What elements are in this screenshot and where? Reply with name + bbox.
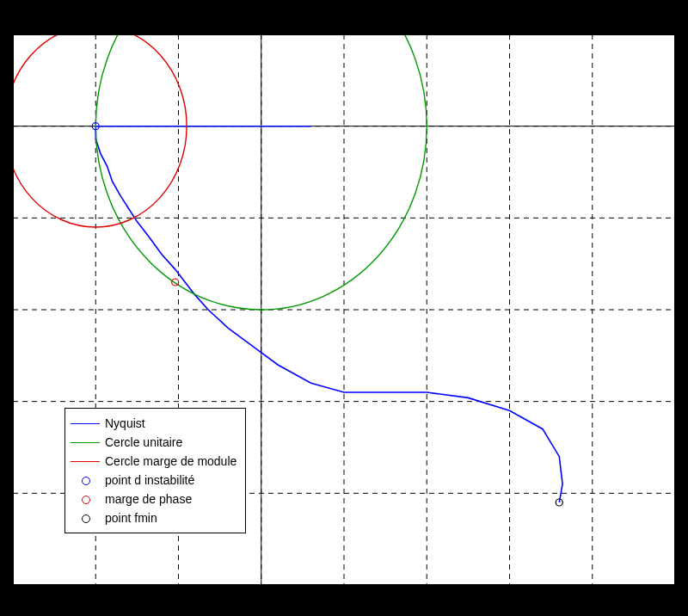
legend: NyquistCercle unitaireCercle marge de mo… (64, 408, 246, 533)
legend-item: point fmin (71, 508, 236, 527)
svg-point-22 (172, 279, 179, 286)
legend-label: Cercle unitaire (105, 435, 182, 449)
legend-item: point d instabilité (71, 471, 236, 490)
legend-swatch (71, 453, 100, 469)
plot-axes: NyquistCercle unitaireCercle marge de mo… (13, 34, 675, 585)
legend-swatch (71, 491, 100, 507)
legend-label: marge de phase (105, 492, 192, 506)
figure: NyquistCercle unitaireCercle marge de mo… (0, 0, 688, 616)
legend-swatch (71, 416, 100, 431)
legend-item: Cercle marge de module (71, 452, 236, 471)
svg-point-20 (13, 34, 187, 227)
legend-swatch (71, 510, 100, 526)
legend-swatch (71, 472, 100, 488)
legend-item: marge de phase (71, 490, 236, 508)
legend-label: Nyquist (105, 416, 145, 430)
legend-swatch (71, 434, 100, 450)
legend-label: point fmin (105, 511, 157, 525)
legend-item: Cercle unitaire (71, 433, 236, 452)
legend-label: Cercle marge de module (105, 454, 236, 468)
legend-label: point d instabilité (105, 473, 194, 487)
legend-item: Nyquist (71, 414, 236, 433)
